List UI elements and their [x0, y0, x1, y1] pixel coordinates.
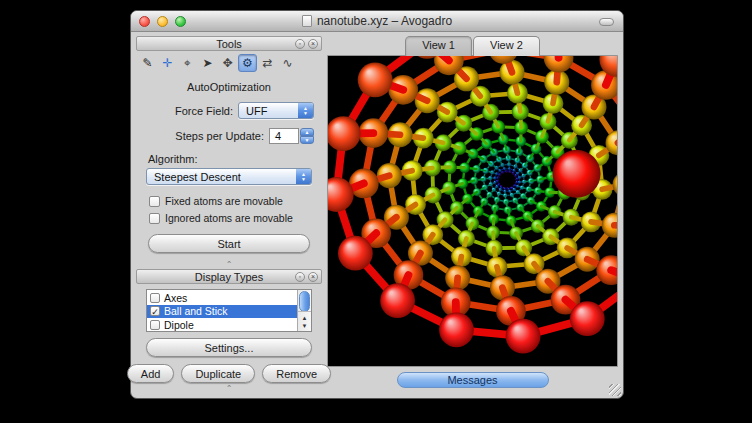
algorithm-select[interactable]: Steepest Descent ▲▼: [146, 168, 312, 185]
align-tool-icon[interactable]: ∿: [278, 54, 297, 72]
combo-arrows-icon: ▲▼: [296, 169, 311, 184]
view-area: View 1 View 2 Messages: [327, 36, 618, 393]
display-type-label: Axes: [164, 292, 187, 304]
scrollbar-arrow-buttons[interactable]: ▲▼: [298, 311, 311, 331]
steps-increment-button[interactable]: ▲: [300, 128, 314, 136]
display-close-button[interactable]: ×: [308, 272, 318, 282]
combo-arrows-icon: ▲▼: [298, 103, 313, 118]
dock-bottom-handle[interactable]: ⌃: [136, 385, 322, 393]
display-type-row[interactable]: Hydrogen Bond: [147, 332, 297, 333]
left-dock: Tools ◦ × ✎✛⌖➤✥⚙⇄∿ AutoOptimization Forc…: [136, 36, 322, 393]
force-field-label: Force Field:: [175, 105, 233, 117]
vertical-scrollbar[interactable]: ▲▼: [297, 290, 311, 331]
messages-button[interactable]: Messages: [397, 372, 549, 388]
display-type-row[interactable]: Axes: [147, 291, 297, 305]
remove-button[interactable]: Remove: [262, 364, 331, 383]
bond-centric-tool-icon[interactable]: ⌖: [178, 54, 197, 72]
navigate-tool-icon[interactable]: ✛: [158, 54, 177, 72]
view-tab-bar: View 1 View 2: [327, 36, 618, 56]
auto-optimize-tool-icon[interactable]: ⚙: [238, 54, 257, 72]
display-type-label: Dipole: [164, 319, 194, 331]
tools-panel-title: Tools: [216, 38, 242, 50]
display-type-checkbox[interactable]: [150, 320, 160, 330]
close-window-button[interactable]: [139, 16, 150, 27]
steps-decrement-button[interactable]: ▼: [300, 136, 314, 144]
duplicate-button[interactable]: Duplicate: [181, 364, 255, 383]
display-type-checkbox[interactable]: [150, 293, 160, 303]
display-types-title: Display Types: [195, 271, 263, 283]
window-title: nanotube.xyz – Avogadro: [317, 14, 452, 28]
measure-tool-icon[interactable]: ⇄: [258, 54, 277, 72]
tools-close-button[interactable]: ×: [308, 39, 318, 49]
algorithm-label: Algorithm:: [148, 153, 322, 165]
tab-view-1[interactable]: View 1: [405, 36, 472, 56]
tools-panel-header[interactable]: Tools ◦ ×: [136, 36, 322, 51]
steps-per-update-stepper: 4 ▲ ▼: [269, 128, 314, 144]
tools-float-button[interactable]: ◦: [295, 39, 305, 49]
display-type-row[interactable]: Dipole: [147, 318, 297, 332]
window-resize-grip[interactable]: [609, 384, 621, 396]
display-action-buttons: Add Duplicate Remove: [142, 364, 316, 383]
window-title-group: nanotube.xyz – Avogadro: [302, 14, 452, 28]
force-field-select[interactable]: UFF ▲▼: [238, 102, 314, 119]
selection-tool-icon[interactable]: ➤: [198, 54, 217, 72]
steps-per-update-field[interactable]: 4: [269, 128, 299, 144]
settings-button[interactable]: Settings...: [146, 338, 312, 357]
display-type-checkbox[interactable]: ✓: [150, 306, 160, 316]
document-proxy-icon[interactable]: [302, 15, 312, 27]
molecule-viewport[interactable]: [328, 56, 617, 366]
ignored-atoms-label: Ignored atoms are movable: [165, 212, 293, 224]
fixed-atoms-label: Fixed atoms are movable: [165, 195, 283, 207]
add-button[interactable]: Add: [127, 364, 175, 383]
display-type-list: Axes✓Ball and StickDipoleHydrogen BondLa…: [146, 289, 312, 332]
steps-per-update-label: Steps per Update:: [175, 130, 264, 142]
display-types-panel: Display Types ◦ × Axes✓Ball and StickDip…: [136, 269, 322, 359]
toolbar-toggle-button[interactable]: [599, 18, 614, 26]
start-button[interactable]: Start: [148, 234, 310, 253]
desktop-background: nanotube.xyz – Avogadro Tools ◦ × ✎✛⌖➤✥⚙…: [0, 0, 752, 423]
minimize-window-button[interactable]: [157, 16, 168, 27]
tool-toolbar: ✎✛⌖➤✥⚙⇄∿: [136, 51, 322, 74]
window-titlebar[interactable]: nanotube.xyz – Avogadro: [131, 11, 623, 32]
ignored-atoms-checkbox[interactable]: [149, 213, 160, 224]
gl-viewport-frame: [327, 55, 618, 367]
display-type-label: Ball and Stick: [164, 305, 228, 317]
display-float-button[interactable]: ◦: [295, 272, 305, 282]
avogadro-window: nanotube.xyz – Avogadro Tools ◦ × ✎✛⌖➤✥⚙…: [130, 10, 624, 399]
display-types-header[interactable]: Display Types ◦ ×: [136, 269, 322, 284]
draw-tool-icon[interactable]: ✎: [138, 54, 157, 72]
tab-view-2[interactable]: View 2: [473, 36, 540, 56]
manipulate-tool-icon[interactable]: ✥: [218, 54, 237, 72]
fixed-atoms-checkbox[interactable]: [149, 196, 160, 207]
dock-splitter[interactable]: ⌃: [136, 261, 322, 269]
traffic-lights: [139, 16, 186, 27]
display-type-row[interactable]: ✓Ball and Stick: [147, 305, 297, 319]
tool-section-title: AutoOptimization: [136, 81, 322, 93]
zoom-window-button[interactable]: [175, 16, 186, 27]
display-type-rows: Axes✓Ball and StickDipoleHydrogen BondLa…: [147, 291, 297, 332]
scrollbar-thumb[interactable]: [299, 291, 310, 312]
